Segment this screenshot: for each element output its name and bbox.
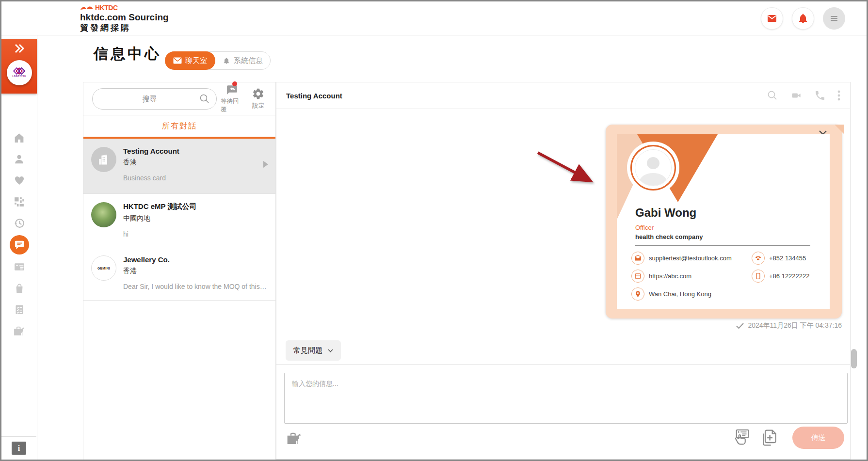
envelope-icon — [173, 57, 182, 64]
notifications-button[interactable] — [792, 7, 814, 30]
conversation-item-testing-account[interactable]: Testing Account 香港 Business card — [83, 139, 275, 194]
send-product-button[interactable] — [285, 430, 303, 446]
company-logo: LOGOTYPE — [7, 60, 32, 85]
card-phone: +852 134455 — [752, 251, 827, 265]
file-plus-icon — [759, 428, 778, 448]
tab-label: 聊天室 — [185, 56, 207, 65]
check-icon — [736, 322, 744, 329]
mail-button[interactable] — [761, 7, 783, 30]
gear-icon — [252, 87, 265, 100]
search-box[interactable] — [92, 88, 217, 110]
email-icon — [631, 252, 644, 265]
hand-card-icon — [731, 428, 751, 448]
conversation-list: Testing Account 香港 Business card HKTDC e… — [83, 139, 275, 301]
sidebar-item-home[interactable] — [13, 131, 26, 144]
info-icon: i — [18, 444, 20, 453]
site-title: hktdc.com Sourcing — [80, 12, 169, 23]
search-input[interactable] — [100, 94, 199, 103]
card-contact-grid: suppliertest@testoutlook.com +852 134455 — [631, 251, 827, 301]
chat-search-button[interactable] — [767, 90, 778, 101]
waiting-reply-label: 等待回覆 — [221, 97, 243, 114]
search-icon[interactable] — [199, 93, 210, 105]
bell-icon — [797, 13, 809, 24]
card-email: suppliertest@testoutlook.com — [631, 251, 752, 265]
waiting-reply-button[interactable]: 等待回覆 — [221, 84, 243, 114]
chat-input-area: 傳送 — [276, 365, 850, 459]
avatar-building-icon — [91, 147, 116, 172]
chat-header: Testing Account — [276, 82, 850, 109]
app-header: HKTDC hktdc.com Sourcing 貿發網採購 — [1, 1, 867, 35]
card-website: https://abc.com — [631, 269, 752, 283]
message-input-box — [284, 373, 848, 424]
card-job-title: Officer — [635, 224, 654, 231]
sidebar-item-profile[interactable] — [13, 152, 26, 166]
tab-chat-room[interactable]: 聊天室 — [165, 51, 215, 70]
chevron-right-icon — [263, 161, 268, 168]
card-address: Wan Chai, Hong Kong — [631, 287, 752, 301]
info-button[interactable]: i — [12, 442, 26, 455]
input-toolbar-right: 傳送 — [731, 427, 844, 449]
more-options-button[interactable] — [837, 90, 840, 101]
conversation-name: Testing Account — [123, 147, 268, 155]
business-card-message: Gabi Wong Officer health check company s… — [606, 125, 842, 318]
menu-button[interactable] — [823, 7, 845, 30]
heart-icon — [13, 175, 26, 186]
briefcase-chart-icon — [13, 325, 26, 337]
history-clock-icon — [13, 217, 25, 229]
send-button[interactable]: 傳送 — [792, 427, 844, 449]
share-business-card-button[interactable] — [731, 428, 751, 448]
sidebar-item-business[interactable] — [13, 324, 26, 337]
sidebar-item-history[interactable] — [13, 216, 26, 230]
sidebar-item-shopping-bag[interactable] — [13, 281, 26, 295]
brand-name: HKTDC — [95, 4, 118, 11]
sidebar-footer: i — [1, 436, 36, 460]
kebab-menu-icon — [837, 90, 840, 101]
tab-system-messages[interactable]: 系統信息 — [215, 51, 270, 70]
conversation-panel: 等待回覆 設定 所有對話 — [83, 82, 276, 460]
card-company: health check company — [635, 233, 703, 240]
sidebar-item-chat[interactable] — [10, 235, 29, 254]
settings-button[interactable]: 設定 — [247, 87, 270, 110]
conversation-item-jewellery[interactable]: GEMINI Jewellery Co. 香港 Dear Sir, I woul… — [83, 247, 275, 301]
home-icon — [13, 132, 25, 144]
voice-call-button[interactable] — [814, 90, 826, 101]
message-input[interactable] — [285, 373, 847, 423]
conversation-location: 香港 — [123, 267, 268, 275]
card-address-value: Wan Chai, Hong Kong — [649, 290, 711, 298]
video-call-button[interactable] — [790, 90, 803, 101]
conversation-location: 中國內地 — [123, 214, 268, 223]
card-phone-value: +852 134455 — [769, 254, 806, 262]
faq-dropdown-button[interactable]: 常見問題 — [286, 340, 341, 361]
collapse-sidebar-button[interactable] — [13, 43, 26, 56]
brand-logo[interactable]: HKTDC hktdc.com Sourcing 貿發網採購 — [80, 4, 169, 33]
conversation-item-hktdc-emp[interactable]: HKTDC eMP 測試公司 中國內地 hi — [83, 194, 275, 247]
telephone-icon — [752, 252, 765, 265]
sidebar-company-block: LOGOTYPE — [1, 39, 37, 94]
sidebar-item-qr-code[interactable] — [13, 195, 26, 208]
page-title: 信息中心 — [94, 44, 161, 64]
profile-avatar — [630, 145, 676, 191]
chat-title: Testing Account — [286, 92, 342, 100]
annotation-arrow — [533, 146, 606, 192]
mobile-phone-icon — [752, 270, 765, 283]
sidebar-item-checklist[interactable] — [13, 302, 26, 316]
attach-file-button[interactable] — [759, 428, 778, 448]
conversation-preview: Dear Sir, I would like to know the MOQ o… — [123, 283, 268, 290]
person-icon — [13, 153, 25, 165]
sidebar-item-business-card[interactable] — [13, 260, 26, 273]
header-actions — [761, 7, 845, 30]
avatar-gemini: GEMINI — [91, 255, 116, 281]
card-mobile: +86 12222222 — [752, 269, 827, 283]
chat-scrollbar-thumb[interactable] — [851, 349, 857, 368]
bubble-tail — [835, 125, 844, 134]
settings-label: 設定 — [252, 102, 264, 110]
qr-code-icon — [13, 196, 25, 208]
card-email-value: suppliertest@testoutlook.com — [649, 254, 732, 262]
company-logo-icon — [14, 68, 24, 74]
card-website-value: https://abc.com — [649, 272, 691, 280]
faq-label: 常見問題 — [293, 346, 322, 355]
conversation-meta: Testing Account 香港 Business card — [123, 147, 268, 182]
sidebar-item-favorites[interactable] — [13, 174, 26, 187]
conversation-name: HKTDC eMP 測試公司 — [123, 202, 268, 211]
person-placeholder-icon — [635, 149, 672, 186]
